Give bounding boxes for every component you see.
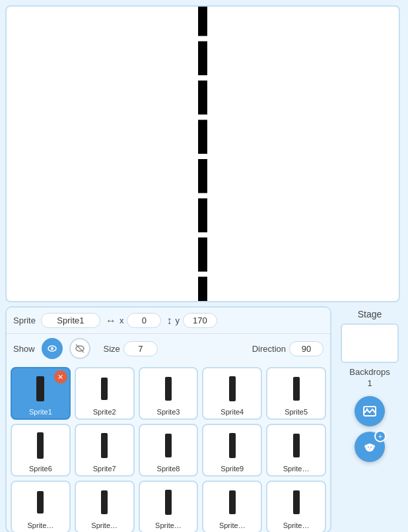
bottom-panel: Sprite ↔ x ↕ y Show	[0, 302, 408, 532]
x-arrows-icon: ↔	[106, 315, 116, 327]
sprite-bar-icon	[229, 433, 236, 458]
svg-point-12	[369, 448, 370, 449]
sprite-name-label: Sprite…	[283, 521, 310, 529]
sprite-bar-icon	[101, 378, 108, 400]
x-input[interactable]	[127, 313, 161, 328]
sprite-name-label: Sprite7	[93, 465, 116, 473]
sprite-item[interactable]: Sprite…	[139, 481, 199, 532]
sprite-label: Sprite	[13, 316, 36, 325]
sprite-item[interactable]: Sprite8	[139, 424, 199, 477]
stage-panel: Stage Backdrops 1	[337, 306, 403, 532]
sprite-name-label: Sprite8	[157, 465, 180, 473]
sprite-thumbnail	[143, 371, 195, 407]
sprite-info-bar: Sprite ↔ x ↕ y	[7, 308, 330, 334]
sprite-thumbnail	[206, 484, 258, 520]
delete-sprite-button[interactable]: ✕	[54, 370, 67, 383]
sprite-item[interactable]: Sprite6	[11, 424, 71, 477]
sprite-bar-icon	[36, 376, 44, 401]
add-sprite-button[interactable]: +	[355, 432, 385, 462]
sprite-item[interactable]: Sprite2	[75, 367, 135, 420]
direction-label: Direction	[252, 344, 286, 354]
svg-point-11	[370, 446, 372, 448]
sprite-thumbnail	[79, 428, 131, 463]
y-label: y	[175, 316, 180, 325]
stage-canvas	[5, 5, 400, 302]
x-coord-group: ↔ x	[106, 313, 162, 328]
y-arrows-icon: ↕	[166, 315, 172, 327]
sprite-name-label: Sprite3	[157, 408, 180, 416]
sprite-item[interactable]: Sprite…	[266, 481, 326, 532]
stage-container	[0, 0, 408, 302]
sprite-name-label: Sprite…	[155, 521, 182, 529]
sprite-bar-icon	[293, 490, 300, 514]
sprite-item[interactable]: Sprite9	[202, 424, 262, 477]
size-group: Size	[104, 341, 158, 356]
direction-group: Direction	[252, 341, 323, 356]
show-hidden-button[interactable]	[69, 338, 90, 359]
x-label: x	[119, 316, 124, 325]
sprite-name-label: Sprite…	[28, 521, 54, 529]
sprite-name-label: Sprite9	[221, 465, 244, 473]
sprite-bar-icon	[229, 376, 236, 401]
sprite-bar-icon	[37, 432, 44, 459]
sprite-thumbnail	[79, 484, 131, 520]
sprite-item[interactable]: Sprite7	[75, 424, 135, 477]
svg-point-2	[51, 347, 53, 350]
show-row: Show Size Direction	[7, 334, 330, 363]
sprite-bar-icon	[165, 377, 172, 401]
show-label: Show	[13, 344, 35, 354]
show-visible-button[interactable]	[42, 338, 63, 359]
add-sprite-badge: +	[374, 430, 386, 442]
sprite-bar-icon	[101, 490, 108, 514]
sprite-name-label: Sprite2	[93, 408, 116, 416]
sprite-bar-icon	[101, 433, 108, 458]
sprite-item[interactable]: Sprite…	[202, 481, 262, 532]
sprite-bar-icon	[293, 377, 300, 401]
fab-area: +	[355, 396, 385, 462]
sprite-thumbnail	[15, 428, 67, 463]
svg-point-6	[366, 408, 368, 410]
sprite-name-label: Sprite4	[221, 408, 244, 416]
stage-label: Stage	[358, 309, 382, 319]
y-input[interactable]	[183, 313, 217, 328]
svg-point-10	[368, 446, 369, 448]
sprite-bar-icon	[293, 434, 300, 457]
sprite-bar-icon	[37, 491, 44, 514]
sprite-grid-wrapper[interactable]: ✕Sprite1Sprite2Sprite3Sprite4Sprite5Spri…	[7, 363, 330, 532]
sprite-thumbnail	[206, 428, 258, 463]
sprite-item[interactable]: Sprite…	[266, 424, 326, 477]
sprite-item[interactable]: Sprite…	[11, 481, 71, 532]
sprite-thumbnail	[206, 371, 258, 407]
sprite-item[interactable]: Sprite3	[139, 367, 199, 420]
direction-input[interactable]	[289, 341, 323, 356]
sprite-name-input[interactable]	[41, 313, 100, 328]
add-sprite-group: +	[355, 432, 385, 462]
sprite-item[interactable]: Sprite5	[266, 367, 326, 420]
size-label: Size	[104, 344, 120, 354]
sprite-thumbnail	[270, 371, 322, 407]
sprite-name-label: Sprite5	[285, 408, 308, 416]
sprite-item[interactable]: Sprite…	[75, 481, 135, 532]
y-coord-group: ↕ y	[166, 313, 217, 328]
sprite-thumbnail	[270, 428, 322, 463]
sprite-item[interactable]: ✕Sprite1	[11, 367, 71, 420]
add-backdrop-button[interactable]	[355, 396, 385, 426]
sprite-name-label: Sprite…	[219, 521, 246, 529]
svg-point-7	[365, 444, 374, 451]
sprite-thumbnail	[143, 428, 195, 463]
stage-thumbnail[interactable]	[341, 323, 399, 363]
sprite-name-label: Sprite6	[29, 465, 52, 473]
size-input[interactable]	[123, 341, 158, 356]
sprite-item[interactable]: Sprite4	[202, 367, 262, 420]
add-backdrop-group	[355, 396, 385, 426]
sprite-name-label: Sprite1	[29, 408, 52, 416]
sprite-bar-icon	[229, 490, 236, 514]
sprite-thumbnail	[143, 484, 195, 520]
backdrops-label: Backdrops 1	[349, 367, 390, 389]
sprite-bar-icon	[165, 490, 172, 515]
sprite-thumbnail	[15, 484, 67, 520]
sprite-thumbnail	[79, 371, 131, 407]
sprite-grid: ✕Sprite1Sprite2Sprite3Sprite4Sprite5Spri…	[11, 367, 326, 532]
sprite-thumbnail	[270, 484, 322, 520]
sprite-name-label: Sprite…	[91, 521, 118, 529]
